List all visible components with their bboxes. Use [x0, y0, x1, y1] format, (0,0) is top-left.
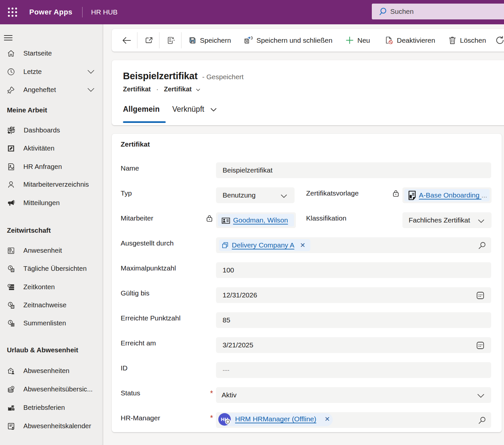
svg-text:7: 7 [12, 305, 13, 308]
svg-text:1: 1 [12, 269, 13, 272]
